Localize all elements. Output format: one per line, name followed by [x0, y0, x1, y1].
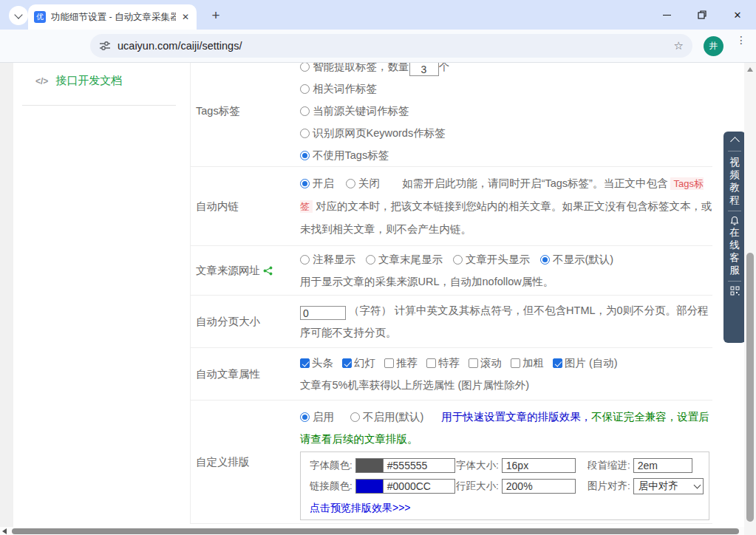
img-align-value: 居中对齐	[638, 480, 678, 493]
font-color-swatch[interactable]	[355, 458, 384, 473]
checkbox-icon[interactable]	[300, 358, 310, 368]
row-article-attrs: 自动文章属性 头条幻灯推荐特荐滚动加粗图片 (自动) 文章有5%机率获得以上所选…	[191, 348, 712, 401]
bookmark-star-icon[interactable]: ☆	[674, 39, 684, 52]
preview-layout-link[interactable]: 点击预览排版效果>>>	[310, 502, 411, 515]
line-height-input[interactable]: 200%	[502, 479, 576, 494]
panel-divider	[728, 151, 741, 151]
radio-icon[interactable]	[540, 255, 550, 265]
panel-divider	[728, 211, 741, 211]
radio-icon[interactable]	[366, 255, 375, 265]
link-color-label: 链接颜色:	[310, 480, 353, 493]
window-minimize-button[interactable]	[658, 7, 675, 22]
radio-on[interactable]	[300, 179, 310, 188]
browser-menu-icon[interactable]: ⋮	[735, 37, 747, 43]
radio-option: 文章末尾显示	[366, 253, 443, 265]
back-to-top-icon[interactable]	[730, 137, 740, 146]
vertical-label-char: 频	[729, 168, 740, 181]
img-align-label: 图片对齐:	[588, 480, 630, 493]
checkbox-icon[interactable]	[553, 358, 562, 368]
row-label-text: 文章来源网址	[196, 264, 260, 278]
online-service-button[interactable]: 在线客服	[729, 226, 740, 276]
page-left-margin	[0, 63, 13, 527]
tags-count-input[interactable]: 3	[409, 63, 439, 76]
checkbox-icon[interactable]	[342, 358, 352, 368]
scroll-left-arrow[interactable]	[2, 528, 7, 534]
qr-code-icon[interactable]	[730, 286, 740, 296]
browser-titlebar: 优 功能细节设置 - 自动文章采集器 ✕ + ✕	[0, 0, 756, 30]
innerlink-note-1: 如需开启此功能，请同时开启“Tags标签”。当正文中包含	[402, 177, 667, 189]
row-label: Tags标签	[191, 63, 300, 166]
chevron-down-icon	[14, 10, 22, 18]
horizontal-scroll-thumb[interactable]	[12, 528, 739, 534]
window-close-button[interactable]: ✕	[729, 7, 746, 22]
link-color-input[interactable]: #0000CC	[384, 479, 455, 494]
vertical-label-char: 视	[729, 156, 740, 168]
innerlink-note-2: 对应的文本时，把该文本链接到您站内的相关文章。如果正文没有包含标签文本，或未找到…	[300, 200, 712, 235]
layout-settings-box: 字体颜色: #555555 字体大小: 16px 段首缩进: 2em 链接颜色:	[300, 451, 709, 520]
browser-tab[interactable]: 优 功能细节设置 - 自动文章采集器 ✕	[28, 4, 197, 30]
font-color-input[interactable]: #555555	[384, 458, 455, 473]
vertical-scroll-thumb[interactable]	[746, 253, 754, 522]
radio-off-label: 关闭	[358, 177, 380, 189]
scrollbar-corner	[744, 527, 756, 535]
share-icon[interactable]	[263, 266, 273, 276]
radio-on-label: 开启	[313, 177, 334, 189]
radio-icon[interactable]	[300, 151, 310, 160]
address-bar[interactable]: ucaiyun.com/caiji/settings/ ☆	[90, 34, 692, 58]
new-tab-button[interactable]: +	[207, 7, 225, 24]
vertical-label-char: 程	[729, 194, 740, 206]
radio-enable-label: 启用	[313, 411, 334, 423]
radio-icon[interactable]	[300, 129, 310, 138]
radio-icon[interactable]	[300, 106, 310, 116]
code-icon: </>	[35, 76, 48, 86]
img-align-select[interactable]: 居中对齐	[633, 478, 704, 494]
row-content: 开启 关闭 如需开启此功能，请同时开启“Tags标签”。当正文中包含 Tags标…	[300, 167, 712, 245]
row-custom-layout: 自定义排版 启用 不启用(默认) 用于快速设置文章的排版效果，不保证完全兼容，设…	[191, 401, 712, 524]
tab-search-button[interactable]	[9, 6, 28, 25]
link-color-swatch[interactable]	[355, 479, 384, 494]
bell-icon[interactable]	[729, 216, 740, 226]
page-size-unit: （字符）	[349, 304, 392, 316]
tab-title: 功能细节设置 - 自动文章采集器	[51, 11, 176, 24]
vertical-label-char: 线	[729, 239, 740, 251]
favicon: 优	[34, 11, 46, 23]
radio-enable[interactable]	[300, 412, 310, 422]
checkbox-option: 图片 (自动)	[553, 357, 618, 369]
radio-icon[interactable]	[300, 255, 310, 265]
row-label: 自动内链	[191, 167, 300, 245]
font-size-input[interactable]: 16px	[502, 458, 576, 473]
sidebar-item-label: 接口开发文档	[55, 74, 122, 88]
checkbox-icon[interactable]	[384, 358, 394, 368]
checkbox-icon[interactable]	[469, 358, 478, 368]
radio-option: 当前源关键词作标签	[300, 100, 712, 122]
sidebar-item-api-docs[interactable]: </> 接口开发文档	[35, 74, 190, 88]
radio-off[interactable]	[346, 179, 355, 188]
font-color-label: 字体颜色:	[310, 459, 353, 472]
indent-label: 段首缩进:	[588, 459, 630, 472]
url-text[interactable]: ucaiyun.com/caiji/settings/	[118, 40, 674, 52]
panel-divider	[728, 281, 741, 282]
row-label: 自动文章属性	[191, 348, 300, 400]
vertical-scrollbar[interactable]	[744, 63, 756, 527]
horizontal-scrollbar[interactable]	[0, 527, 744, 535]
settings-form: Tags标签 智能提取标签，数量3个相关词作标签当前源关键词作标签识别原网页Ke…	[190, 63, 712, 527]
profile-avatar[interactable]: 井	[704, 36, 723, 56]
checkbox-icon[interactable]	[426, 358, 436, 368]
sidebar: </> 接口开发文档	[13, 63, 190, 527]
video-tutorial-button[interactable]: 视频教程	[729, 156, 740, 206]
checkbox-option: 幻灯	[342, 357, 375, 369]
row-label: 自定义排版	[191, 401, 300, 523]
window-restore-button[interactable]	[694, 7, 710, 22]
tab-close-icon[interactable]: ✕	[176, 10, 191, 24]
radio-icon[interactable]	[453, 255, 463, 265]
vertical-label-char: 教	[729, 181, 740, 194]
sidebar-divider	[22, 105, 176, 106]
radio-icon[interactable]	[300, 84, 310, 94]
radio-icon[interactable]	[300, 63, 310, 72]
site-settings-icon[interactable]	[99, 40, 111, 52]
scroll-up-arrow[interactable]	[747, 67, 753, 72]
checkbox-icon[interactable]	[511, 358, 520, 368]
page-size-input[interactable]: 0	[300, 306, 346, 320]
radio-disable[interactable]	[350, 412, 360, 422]
indent-input[interactable]: 2em	[633, 458, 692, 473]
